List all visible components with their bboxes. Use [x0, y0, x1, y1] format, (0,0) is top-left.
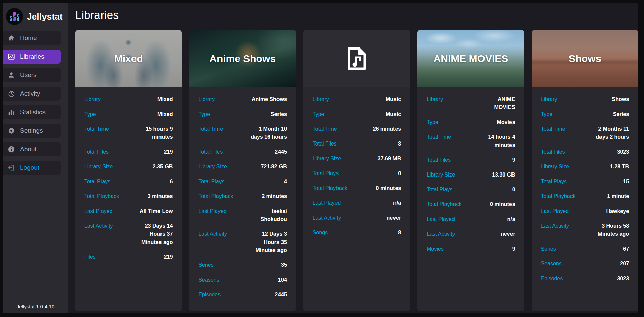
stat-value: 1 minute [607, 192, 629, 200]
activity-icon [7, 90, 16, 98]
stat-value: 13.30 GB [492, 171, 515, 179]
library-card[interactable]: Anime Shows Library Anime Shows Type Ser… [189, 30, 296, 311]
stat-value: 1.28 TB [610, 163, 629, 171]
stat-row: Library Shows [541, 92, 629, 107]
sidebar-item-libraries[interactable]: Libraries [3, 50, 61, 64]
library-card[interactable]: Shows Library Shows Type Series Total Ti… [532, 30, 638, 311]
sidebar-item-statistics[interactable]: Statistics [3, 105, 61, 119]
library-card[interactable]: ANIME MOVIES Library ANIME MOVIES Type M… [417, 30, 524, 311]
stat-value: 37.69 MB [378, 155, 401, 163]
stat-row: Library Size 721.82 GB [198, 159, 287, 174]
stat-label: Last Activity [541, 222, 569, 230]
stat-label: Library Size [84, 163, 113, 171]
stat-value: Hawkeye [606, 207, 630, 215]
stat-row: Library Size 37.69 MB [313, 151, 401, 166]
stat-row: Last Played n/a [427, 212, 515, 227]
sidebar-item-logout[interactable]: Logout [3, 161, 61, 175]
stat-row: Library Music [313, 92, 401, 107]
library-card-title: ANIME MOVIES [430, 53, 512, 64]
library-card-banner[interactable] [303, 30, 410, 87]
page-title: Libraries [75, 9, 638, 22]
stat-row: Total Time 2 Months 11 days 2 hours [541, 122, 629, 145]
stat-label: Total Time [541, 125, 565, 133]
stat-value: 14 hours 4 minutes [477, 133, 515, 149]
stat-label: Total Files [427, 156, 451, 164]
logout-icon [7, 164, 16, 172]
stat-label: Total Time [84, 125, 109, 133]
stat-row: Total Time 14 hours 4 minutes [427, 130, 515, 153]
library-card-banner[interactable]: Anime Shows [189, 30, 296, 87]
library-card-stats: Library Anime Shows Type Series Total Ti… [189, 92, 296, 302]
stat-label: Seasons [541, 260, 562, 268]
stat-value: Mixed [157, 95, 173, 103]
stat-value: 15 [623, 178, 629, 186]
stat-row: Total Plays 0 [427, 182, 515, 197]
sidebar-item-activity[interactable]: Activity [3, 87, 61, 101]
stat-value: 2.35 GB [153, 163, 173, 171]
stat-row: Total Time 26 minutes [313, 122, 401, 136]
sidebar: Jellystat Home Libraries Users Activity … [3, 3, 68, 313]
library-card[interactable]: Mixed Library Mixed Type Mixed Total Tim… [75, 30, 182, 311]
stat-value: never [501, 230, 515, 238]
stat-label: Library Size [427, 171, 455, 179]
stat-row: Library Size 13.30 GB [427, 167, 515, 182]
stat-value: 3023 [617, 148, 629, 156]
stat-label: Last Activity [84, 222, 113, 230]
stat-value: 9 [512, 245, 515, 253]
stat-label: Type [198, 110, 210, 118]
library-card-stats: Library ANIME MOVIES Type Movies Total T… [417, 92, 524, 256]
stat-label: Library [313, 95, 329, 103]
stat-label: Total Plays [313, 169, 339, 178]
stat-label: Type [427, 118, 438, 126]
stat-label: Total Time [427, 133, 451, 141]
sidebar-item-users[interactable]: Users [3, 68, 61, 82]
stat-row: Total Playback 0 minutes [427, 197, 515, 212]
stat-value: Mixed [157, 110, 173, 118]
library-card-title: Shows [565, 53, 605, 64]
stat-value: never [387, 214, 401, 222]
stat-label: Movies [427, 245, 444, 253]
stat-value: 9 [512, 156, 515, 164]
stat-value: 67 [623, 245, 629, 253]
stat-value: 721.82 GB [261, 163, 287, 171]
stat-row: Type Series [198, 107, 287, 122]
stat-label: Total Playback [427, 200, 461, 209]
stat-value: Series [271, 110, 287, 118]
library-card-banner[interactable]: Mixed [75, 30, 182, 87]
sidebar-menu: Home Libraries Users Activity Statistics… [3, 31, 68, 179]
stat-value: Music [386, 95, 401, 103]
library-card-banner[interactable]: Shows [532, 30, 638, 87]
library-card-banner[interactable]: ANIME MOVIES [417, 30, 524, 87]
app-version: Jellystat 1.0.4.10 [3, 304, 68, 309]
statistics-icon [7, 108, 16, 116]
stat-label: Total Playback [313, 184, 347, 192]
library-card-title: Mixed [111, 53, 146, 64]
stat-row: Library Size 2.35 GB [84, 159, 173, 174]
sidebar-item-home[interactable]: Home [3, 31, 61, 45]
stat-label: Total Plays [84, 178, 110, 186]
stat-row: Total Files 9 [427, 153, 515, 167]
stat-label: Total Time [198, 125, 223, 133]
stat-label: Total Playback [541, 192, 576, 200]
stat-value: Movies [497, 118, 515, 126]
stat-value: 8 [398, 229, 401, 237]
library-card[interactable]: Library Music Type Music Total Time 26 m… [303, 30, 410, 311]
app-title: Jellystat [27, 11, 63, 22]
stat-value: 219 [164, 253, 173, 261]
stat-row: Type Mixed [84, 107, 173, 122]
stat-row: Type Series [541, 107, 629, 122]
stat-value: n/a [507, 215, 515, 223]
stat-value: 15 hours 9 minutes [134, 125, 173, 141]
stat-value: Series [613, 110, 629, 118]
stat-row: Last Activity never [427, 227, 515, 242]
stat-row: Movies 9 [427, 242, 515, 256]
stat-value: ANIME MOVIES [477, 95, 515, 112]
library-card-title: Anime Shows [206, 53, 279, 64]
sidebar-item-about[interactable]: About [3, 142, 61, 156]
jellystat-logo-icon [6, 8, 23, 25]
stat-value: 0 minutes [490, 200, 515, 209]
stat-row: Type Music [313, 107, 401, 122]
stat-row: Total Plays 6 [84, 174, 173, 189]
stat-row: Total Plays 0 [313, 166, 401, 181]
sidebar-item-settings[interactable]: Settings [3, 124, 61, 138]
